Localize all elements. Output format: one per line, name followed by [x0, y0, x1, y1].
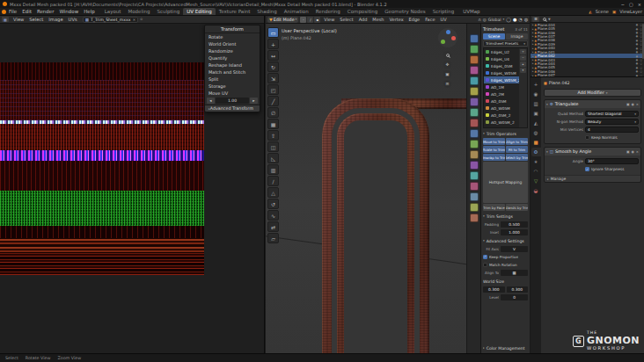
display-viewport-icon[interactable]: ▣ — [626, 149, 630, 154]
filter-icon[interactable]: ▼ — [548, 18, 551, 21]
viewport-menu-item[interactable]: Edge — [406, 17, 423, 22]
viewport-menu-item[interactable]: View — [321, 17, 337, 22]
uv-editor-menu-item[interactable]: View — [11, 17, 26, 22]
uv-editor-menu-item[interactable]: Image — [46, 17, 65, 22]
tool-extrude[interactable]: ⇧ — [267, 130, 279, 141]
axis-y-dot[interactable] — [441, 40, 445, 44]
hide-eye-icon[interactable]: ◉ — [635, 42, 638, 46]
snap-magnet-icon[interactable]: ∩ — [478, 18, 480, 22]
dock-icon-7[interactable] — [470, 98, 479, 106]
hide-eye-icon[interactable]: ◉ — [635, 31, 638, 34]
navigation-gizmo[interactable] — [438, 28, 457, 47]
shading-wireframe-icon[interactable]: ◯ — [506, 17, 511, 22]
image-datablock[interactable]: ▦ T_Trim_Sheet_mxxx × — [83, 17, 139, 23]
dock-icon-10[interactable] — [470, 129, 479, 138]
workspace-tab[interactable]: Geometry Nodes — [381, 8, 428, 15]
setting-value-field[interactable]: 0.500 — [501, 221, 528, 228]
topbar-menu-item[interactable]: Render — [34, 9, 57, 14]
workspace-tab[interactable]: Scripting — [429, 8, 457, 15]
viewport-menu-item[interactable]: Mesh — [370, 17, 386, 22]
ignore-sharpness-checkbox[interactable]: ✓ — [585, 167, 589, 171]
render-visibility-icon[interactable]: ○ — [640, 62, 642, 65]
shading-solid-icon[interactable]: ● — [513, 17, 516, 22]
remove-trim-button[interactable]: − — [520, 55, 526, 61]
dock-icon-9[interactable] — [470, 119, 479, 127]
trim-operator-button[interactable]: Scale to Trim — [483, 146, 505, 153]
workspace-tab[interactable]: Rendering — [312, 8, 344, 15]
maximize-button[interactable]: ▢ — [629, 2, 633, 7]
expand-icon[interactable]: ▸ — [532, 39, 534, 42]
expand-icon[interactable]: ▸ — [532, 34, 534, 38]
trim-operator-button[interactable]: Select by Trim — [506, 154, 528, 161]
outliner-type-icon[interactable]: ☰ — [532, 17, 539, 22]
proportional-edit-icon[interactable]: ◎ — [483, 18, 487, 22]
tool-spin[interactable]: ↺ — [267, 199, 279, 209]
trim-list-item[interactable]: Edges_W05M — [484, 69, 519, 76]
tool-knife[interactable]: ∕ — [267, 176, 279, 186]
quad-method-dropdown[interactable]: Shortest Diagonal ▾ — [585, 111, 639, 117]
zoom-icon[interactable] — [443, 51, 451, 59]
setting-value-field[interactable]: 1.000 — [501, 229, 528, 235]
add-modifier-button[interactable]: Add Modifier ▾ — [544, 89, 641, 97]
trim-operator-button[interactable]: Align to Trim — [506, 138, 528, 145]
world-size-x-field[interactable]: 0.300 — [483, 286, 505, 293]
viewport-menu-item[interactable]: Face — [422, 17, 437, 22]
transform-panel-item[interactable]: Quantify — [205, 54, 260, 62]
match-rotation-checkbox[interactable] — [483, 263, 487, 267]
display-render-icon[interactable]: ◉ — [631, 102, 633, 106]
tool-bevel[interactable]: ◺ — [267, 153, 279, 163]
tab-material[interactable]: ◒ — [531, 186, 541, 195]
angle-field[interactable]: 30° — [585, 158, 639, 164]
source-toggle-button[interactable]: Scene — [483, 33, 505, 40]
keep-normals-checkbox[interactable] — [585, 135, 589, 140]
topbar-menu-item[interactable]: Edit — [19, 9, 34, 14]
workspace-tab[interactable]: Layout — [101, 8, 125, 15]
world-size-y-field[interactable]: 0.300 — [507, 286, 529, 293]
view-layer-selector[interactable]: ViewLayer — [619, 9, 642, 14]
shading-rendered-icon[interactable]: ◍ — [524, 17, 528, 22]
trim-list-item[interactable]: AO_2M — [484, 90, 519, 98]
hide-eye-icon[interactable]: ◉ — [635, 27, 638, 31]
workspace-tab[interactable]: Shading — [253, 8, 280, 15]
pin-icon[interactable]: ⊙ — [140, 18, 143, 21]
mesh-arch-frame[interactable] — [322, 98, 429, 353]
vertex-select-button[interactable]: · — [300, 17, 306, 23]
expand-icon[interactable]: ▸ — [532, 58, 534, 62]
min-vertices-field[interactable]: 4 — [585, 127, 639, 133]
tool-move[interactable]: ↔ — [267, 50, 279, 61]
dock-icon-2[interactable] — [470, 45, 479, 54]
render-visibility-icon[interactable]: ○ — [640, 66, 642, 69]
topbar-menu-item[interactable]: Window — [56, 9, 81, 14]
tool-smooth[interactable]: ∿ — [267, 210, 279, 221]
workspace-tab[interactable]: Compositing — [344, 8, 381, 15]
viewport-menu-item[interactable]: UV — [438, 17, 450, 22]
expand-icon[interactable]: ▸ — [532, 47, 534, 50]
move-trim-up-button[interactable]: ▴ — [520, 62, 526, 67]
presets-dropdown[interactable]: Trimsheet Presets ▾ — [483, 40, 528, 47]
tool-select-box[interactable]: ▭ — [267, 27, 279, 38]
trim-settings-header[interactable]: ▾ Trim Settings — [483, 213, 528, 220]
hide-eye-icon[interactable]: ◉ — [635, 62, 638, 65]
workspace-tab[interactable]: Texture Paint — [216, 8, 254, 15]
uv-editor-menu-item[interactable]: Select — [26, 17, 46, 22]
display-render-icon[interactable]: ◉ — [631, 149, 633, 154]
trim-by-face-button[interactable]: Trim by Face — [483, 204, 505, 211]
transform-panel-item[interactable]: Split — [205, 76, 260, 83]
ortho-toggle-icon[interactable]: ⊞ — [443, 80, 451, 88]
hide-eye-icon[interactable]: ◉ — [635, 39, 638, 42]
tool-scale[interactable]: ⇲ — [267, 73, 279, 83]
uv-editor-type-icon[interactable]: ▦ — [2, 17, 9, 22]
viewport-menu-item[interactable]: Add — [356, 17, 370, 22]
orientation-selector[interactable]: Global — [488, 18, 501, 22]
workspace-tab[interactable]: Modeling — [124, 8, 153, 15]
advanced-settings-header[interactable]: ▾ Advanced Settings — [483, 237, 528, 244]
tool-shear[interactable]: ▱ — [267, 233, 279, 243]
trim-list-item[interactable]: AO_05M — [484, 98, 519, 105]
trim-list-item[interactable]: AO_05M_2 — [484, 112, 519, 119]
workspace-tab[interactable]: Animation — [281, 8, 312, 15]
ngon-method-dropdown[interactable]: Beauty ▾ — [585, 119, 639, 125]
expand-icon[interactable]: ▸ — [532, 42, 534, 46]
trim-list-item[interactable]: Edges_05M — [484, 62, 519, 69]
viewport-menu-item[interactable]: Vertex — [387, 17, 406, 22]
transform-panel-item[interactable]: Rotate — [205, 33, 260, 40]
